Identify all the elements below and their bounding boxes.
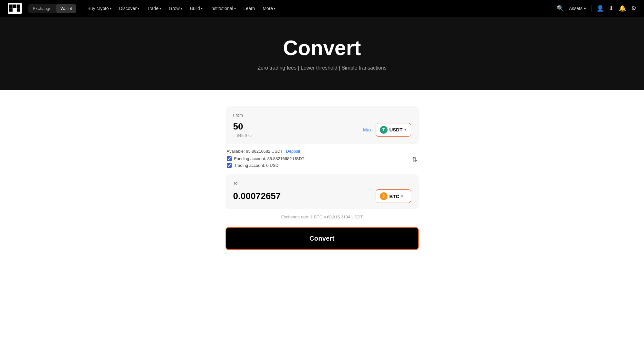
nav-trade[interactable]: Trade ▾ xyxy=(144,4,164,13)
nav-discover[interactable]: Discover ▾ xyxy=(116,4,142,13)
middle-section: Available: 85.88216682 USDT Deposit Fund… xyxy=(226,144,419,174)
from-row: 50 ≈ $49.975 Max T USDT ▾ xyxy=(233,121,411,138)
institutional-chevron-icon: ▾ xyxy=(234,7,236,10)
to-currency-chevron-icon: ▾ xyxy=(401,194,403,198)
page-title: Convert xyxy=(6,36,638,60)
funding-account-row: Funding account: 85.88216682 USDT xyxy=(227,156,418,161)
deposit-link[interactable]: Deposit xyxy=(286,149,300,154)
available-row: Available: 85.88216682 USDT Deposit xyxy=(227,149,418,154)
svg-rect-2 xyxy=(13,5,16,8)
trading-account-label: Trading account: 0 USDT xyxy=(234,163,281,168)
profile-button[interactable]: 👤 xyxy=(597,5,604,12)
grow-chevron-icon: ▾ xyxy=(181,7,182,10)
to-amount: 0.00072657 xyxy=(233,191,281,201)
usdt-icon: T xyxy=(380,126,388,134)
search-button[interactable]: 🔍 xyxy=(557,5,564,12)
from-amount: 50 xyxy=(233,121,252,132)
convert-button[interactable]: Convert xyxy=(226,227,419,250)
from-currency-label: USDT xyxy=(389,127,403,132)
buy-crypto-chevron-icon: ▾ xyxy=(110,7,111,10)
assets-button[interactable]: Assets ▾ xyxy=(569,6,586,11)
from-panel: From 50 ≈ $49.975 Max T USDT ▾ xyxy=(226,106,419,144)
more-chevron-icon: ▾ xyxy=(274,7,275,10)
to-label: To xyxy=(233,181,411,186)
convert-widget: From 50 ≈ $49.975 Max T USDT ▾ xyxy=(226,106,419,250)
nav-divider xyxy=(591,5,591,12)
trading-account-row: Trading account: 0 USDT xyxy=(227,163,418,168)
trading-account-checkbox[interactable] xyxy=(227,163,232,168)
svg-rect-4 xyxy=(9,8,13,12)
nav-right: 🔍 Assets ▾ 👤 ⬇ 🔔 ⚙ xyxy=(557,5,636,12)
svg-rect-5 xyxy=(13,8,16,12)
discover-chevron-icon: ▾ xyxy=(138,7,139,10)
from-amount-section: 50 ≈ $49.975 xyxy=(233,121,252,138)
max-button[interactable]: Max xyxy=(363,127,371,132)
nav-build[interactable]: Build ▾ xyxy=(187,4,206,13)
okx-logo xyxy=(8,3,22,14)
from-right: Max T USDT ▾ xyxy=(363,123,411,137)
main-content: From 50 ≈ $49.975 Max T USDT ▾ xyxy=(0,90,644,276)
funding-account-checkbox[interactable] xyxy=(227,156,232,161)
nav-more[interactable]: More ▾ xyxy=(259,4,279,13)
nav-buy-crypto[interactable]: Buy crypto ▾ xyxy=(84,4,114,13)
nav-links: Buy crypto ▾ Discover ▾ Trade ▾ Grow ▾ B… xyxy=(84,4,554,13)
to-currency-label: BTC xyxy=(389,194,399,199)
from-label: From xyxy=(233,113,411,118)
exchange-wallet-toggle: Exchange Wallet xyxy=(28,4,76,13)
svg-rect-1 xyxy=(9,5,13,8)
nav-institutional[interactable]: Institutional ▾ xyxy=(207,4,239,13)
download-button[interactable]: ⬇ xyxy=(609,5,614,12)
nav-learn[interactable]: Learn xyxy=(240,4,258,13)
nav-grow[interactable]: Grow ▾ xyxy=(166,4,185,13)
exchange-tab[interactable]: Exchange xyxy=(28,4,56,13)
from-usd: ≈ $49.975 xyxy=(233,133,252,138)
to-panel: To 0.00072657 ₿ BTC ▾ xyxy=(226,174,419,209)
exchange-rate: Exchange rate: 1 BTC ≈ 68,816.3134 USDT xyxy=(226,215,419,219)
build-chevron-icon: ▾ xyxy=(201,7,203,10)
settings-button[interactable]: ⚙ xyxy=(631,5,636,12)
notifications-button[interactable]: 🔔 xyxy=(619,5,626,12)
svg-rect-3 xyxy=(17,5,20,8)
hero-subtitle: Zero trading fees | Lower threshold | Si… xyxy=(6,65,638,71)
hero-section: Convert Zero trading fees | Lower thresh… xyxy=(0,17,644,90)
svg-rect-6 xyxy=(17,8,20,12)
available-text: Available: 85.88216682 USDT xyxy=(227,149,283,154)
trade-chevron-icon: ▾ xyxy=(159,7,161,10)
assets-chevron-icon: ▾ xyxy=(584,6,586,11)
wallet-tab[interactable]: Wallet xyxy=(56,4,77,13)
to-currency-selector[interactable]: ₿ BTC ▾ xyxy=(376,189,411,203)
swap-button[interactable]: ⇅ xyxy=(412,156,418,163)
btc-icon: ₿ xyxy=(380,192,388,200)
to-row: 0.00072657 ₿ BTC ▾ xyxy=(233,189,411,203)
funding-account-label: Funding account: 85.88216682 USDT xyxy=(234,156,304,161)
from-currency-selector[interactable]: T USDT ▾ xyxy=(376,123,411,137)
from-currency-chevron-icon: ▾ xyxy=(404,128,406,132)
navigation: Exchange Wallet Buy crypto ▾ Discover ▾ … xyxy=(0,0,644,17)
